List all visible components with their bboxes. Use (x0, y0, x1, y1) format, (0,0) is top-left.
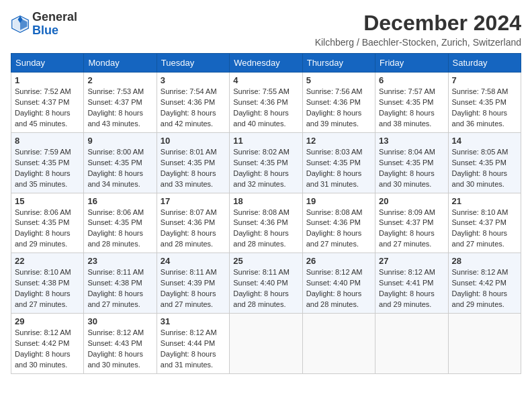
calendar-cell: 19Sunrise: 8:08 AMSunset: 4:36 PMDayligh… (302, 193, 375, 253)
day-info: Sunrise: 8:00 AMSunset: 4:35 PMDaylight:… (87, 147, 152, 190)
calendar-week-1: 1Sunrise: 7:52 AMSunset: 4:37 PMDaylight… (11, 73, 521, 133)
calendar-week-2: 8Sunrise: 7:59 AMSunset: 4:35 PMDaylight… (11, 132, 521, 193)
day-info: Sunrise: 8:12 AMSunset: 4:44 PMDaylight:… (161, 328, 226, 371)
calendar-cell: 8Sunrise: 7:59 AMSunset: 4:35 PMDaylight… (11, 132, 84, 193)
day-info: Sunrise: 8:12 AMSunset: 4:43 PMDaylight:… (87, 328, 152, 371)
calendar-cell: 22Sunrise: 8:10 AMSunset: 4:38 PMDayligh… (11, 253, 84, 314)
calendar-cell: 4Sunrise: 7:55 AMSunset: 4:36 PMDaylight… (230, 73, 302, 133)
day-number: 28 (452, 256, 517, 266)
title-block: December 2024 Kilchberg / Baechler-Stock… (315, 11, 521, 48)
day-number: 6 (379, 75, 444, 85)
logo-general-text: General (32, 10, 77, 24)
calendar-cell (302, 314, 375, 374)
day-number: 24 (161, 256, 226, 266)
calendar-cell: 21Sunrise: 8:10 AMSunset: 4:37 PMDayligh… (448, 193, 521, 253)
calendar-cell: 9Sunrise: 8:00 AMSunset: 4:35 PMDaylight… (84, 132, 157, 193)
day-info: Sunrise: 8:02 AMSunset: 4:35 PMDaylight:… (233, 147, 298, 190)
calendar-cell: 30Sunrise: 8:12 AMSunset: 4:43 PMDayligh… (84, 314, 157, 374)
col-header-wednesday: Wednesday (230, 54, 302, 73)
day-info: Sunrise: 8:06 AMSunset: 4:35 PMDaylight:… (87, 208, 152, 250)
calendar-cell: 11Sunrise: 8:02 AMSunset: 4:35 PMDayligh… (230, 132, 302, 193)
col-header-monday: Monday (84, 54, 157, 73)
calendar-cell (230, 314, 302, 374)
calendar-cell: 2Sunrise: 7:53 AMSunset: 4:37 PMDaylight… (84, 73, 157, 133)
day-number: 8 (15, 136, 80, 146)
day-info: Sunrise: 8:12 AMSunset: 4:41 PMDaylight:… (379, 267, 444, 310)
calendar-header-row: SundayMondayTuesdayWednesdayThursdayFrid… (11, 54, 521, 73)
calendar-cell: 26Sunrise: 8:12 AMSunset: 4:40 PMDayligh… (302, 253, 375, 314)
day-info: Sunrise: 8:05 AMSunset: 4:35 PMDaylight:… (452, 147, 517, 190)
day-number: 11 (233, 136, 298, 146)
calendar-cell: 6Sunrise: 7:57 AMSunset: 4:35 PMDaylight… (375, 73, 448, 133)
day-info: Sunrise: 8:06 AMSunset: 4:35 PMDaylight:… (15, 208, 80, 250)
col-header-sunday: Sunday (11, 54, 84, 73)
calendar-cell: 13Sunrise: 8:04 AMSunset: 4:35 PMDayligh… (375, 132, 448, 193)
day-number: 17 (161, 196, 226, 206)
calendar-cell: 23Sunrise: 8:11 AMSunset: 4:38 PMDayligh… (84, 253, 157, 314)
day-info: Sunrise: 7:58 AMSunset: 4:35 PMDaylight:… (452, 87, 517, 130)
logo: General Blue (11, 11, 77, 38)
day-info: Sunrise: 8:03 AMSunset: 4:35 PMDaylight:… (306, 147, 371, 190)
day-number: 2 (87, 75, 152, 85)
day-info: Sunrise: 8:11 AMSunset: 4:39 PMDaylight:… (161, 267, 226, 310)
day-number: 5 (306, 75, 371, 85)
calendar-cell: 24Sunrise: 8:11 AMSunset: 4:39 PMDayligh… (157, 253, 229, 314)
day-info: Sunrise: 8:12 AMSunset: 4:40 PMDaylight:… (306, 267, 371, 310)
calendar-cell: 27Sunrise: 8:12 AMSunset: 4:41 PMDayligh… (375, 253, 448, 314)
col-header-tuesday: Tuesday (157, 54, 229, 73)
day-number: 26 (306, 256, 371, 266)
day-number: 19 (306, 196, 371, 206)
day-number: 13 (379, 136, 444, 146)
calendar-cell: 16Sunrise: 8:06 AMSunset: 4:35 PMDayligh… (84, 193, 157, 253)
day-info: Sunrise: 8:10 AMSunset: 4:38 PMDaylight:… (15, 267, 80, 310)
calendar-cell: 18Sunrise: 8:08 AMSunset: 4:36 PMDayligh… (230, 193, 302, 253)
calendar-cell: 10Sunrise: 8:01 AMSunset: 4:35 PMDayligh… (157, 132, 229, 193)
day-info: Sunrise: 8:10 AMSunset: 4:37 PMDaylight:… (452, 208, 517, 250)
location-text: Kilchberg / Baechler-Stocken, Zurich, Sw… (315, 37, 521, 48)
day-info: Sunrise: 8:12 AMSunset: 4:42 PMDaylight:… (15, 328, 80, 371)
day-info: Sunrise: 8:09 AMSunset: 4:37 PMDaylight:… (379, 208, 444, 250)
day-number: 30 (87, 316, 152, 326)
day-info: Sunrise: 7:54 AMSunset: 4:36 PMDaylight:… (161, 87, 226, 130)
month-title: December 2024 (315, 11, 521, 36)
day-number: 14 (452, 136, 517, 146)
calendar-week-3: 15Sunrise: 8:06 AMSunset: 4:35 PMDayligh… (11, 193, 521, 253)
day-info: Sunrise: 8:11 AMSunset: 4:40 PMDaylight:… (233, 267, 298, 310)
day-info: Sunrise: 7:56 AMSunset: 4:36 PMDaylight:… (306, 87, 371, 130)
calendar-cell: 25Sunrise: 8:11 AMSunset: 4:40 PMDayligh… (230, 253, 302, 314)
day-number: 21 (452, 196, 517, 206)
day-number: 23 (87, 256, 152, 266)
col-header-friday: Friday (375, 54, 448, 73)
calendar-cell: 14Sunrise: 8:05 AMSunset: 4:35 PMDayligh… (448, 132, 521, 193)
day-info: Sunrise: 7:59 AMSunset: 4:35 PMDaylight:… (15, 147, 80, 190)
page-header: General Blue December 2024 Kilchberg / B… (11, 11, 521, 48)
calendar-cell: 31Sunrise: 8:12 AMSunset: 4:44 PMDayligh… (157, 314, 229, 374)
calendar-cell: 15Sunrise: 8:06 AMSunset: 4:35 PMDayligh… (11, 193, 84, 253)
day-info: Sunrise: 8:08 AMSunset: 4:36 PMDaylight:… (233, 208, 298, 250)
calendar-cell: 1Sunrise: 7:52 AMSunset: 4:37 PMDaylight… (11, 73, 84, 133)
calendar-cell: 29Sunrise: 8:12 AMSunset: 4:42 PMDayligh… (11, 314, 84, 374)
logo-icon (11, 15, 30, 34)
calendar-table: SundayMondayTuesdayWednesdayThursdayFrid… (11, 53, 521, 374)
day-number: 12 (306, 136, 371, 146)
day-info: Sunrise: 8:11 AMSunset: 4:38 PMDaylight:… (87, 267, 152, 310)
day-number: 15 (15, 196, 80, 206)
day-number: 16 (87, 196, 152, 206)
day-number: 7 (452, 75, 517, 85)
day-info: Sunrise: 7:57 AMSunset: 4:35 PMDaylight:… (379, 87, 444, 130)
calendar-cell: 7Sunrise: 7:58 AMSunset: 4:35 PMDaylight… (448, 73, 521, 133)
day-number: 10 (161, 136, 226, 146)
day-info: Sunrise: 7:53 AMSunset: 4:37 PMDaylight:… (87, 87, 152, 130)
calendar-cell (448, 314, 521, 374)
day-number: 4 (233, 75, 298, 85)
day-info: Sunrise: 7:55 AMSunset: 4:36 PMDaylight:… (233, 87, 298, 130)
calendar-cell: 5Sunrise: 7:56 AMSunset: 4:36 PMDaylight… (302, 73, 375, 133)
day-number: 1 (15, 75, 80, 85)
calendar-week-5: 29Sunrise: 8:12 AMSunset: 4:42 PMDayligh… (11, 314, 521, 374)
day-number: 3 (161, 75, 226, 85)
calendar-week-4: 22Sunrise: 8:10 AMSunset: 4:38 PMDayligh… (11, 253, 521, 314)
col-header-thursday: Thursday (302, 54, 375, 73)
calendar-cell: 12Sunrise: 8:03 AMSunset: 4:35 PMDayligh… (302, 132, 375, 193)
calendar-cell: 17Sunrise: 8:07 AMSunset: 4:36 PMDayligh… (157, 193, 229, 253)
day-number: 27 (379, 256, 444, 266)
